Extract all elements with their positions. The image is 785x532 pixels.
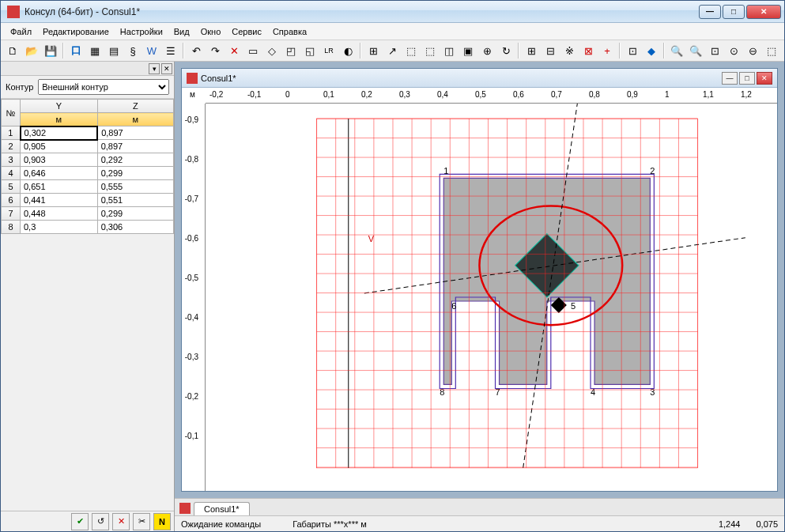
rotate-icon[interactable]: ↻	[497, 42, 515, 59]
dock-icon[interactable]: ▾	[149, 63, 160, 74]
sidebar-close-icon[interactable]: ✕	[161, 63, 172, 74]
snap-icon[interactable]: ⬚	[402, 42, 420, 59]
menu-settings[interactable]: Настройки	[115, 25, 168, 38]
zoom-out-icon[interactable]: 🔍	[687, 42, 704, 59]
sidebar: ▾ ✕ Контур Внешний контур № Y Z м м	[1, 62, 175, 531]
redo-icon[interactable]: ↷	[206, 42, 224, 59]
close-button[interactable]: ✕	[746, 5, 781, 19]
menu-file[interactable]: Файл	[6, 25, 36, 38]
app-icon	[7, 6, 20, 18]
canvas-maximize-button[interactable]: □	[739, 72, 755, 85]
apply-icon[interactable]: ✔	[71, 513, 89, 530]
delete-icon[interactable]: ✕	[225, 42, 243, 59]
canvas-title-text: Consul1*	[201, 74, 722, 83]
lr-icon[interactable]: LR	[320, 42, 338, 59]
doc-icon	[179, 503, 191, 514]
col-n[interactable]: №	[2, 100, 21, 126]
ruler-tick: 0	[285, 90, 290, 99]
ruler-tick: 0,6	[513, 90, 524, 99]
snap-icon[interactable]: ⬚	[421, 42, 439, 59]
ruler-tick: -0,1	[247, 90, 261, 99]
tool-icon[interactable]: ⊞	[364, 42, 382, 59]
tool-icon[interactable]: ⬚	[763, 42, 780, 59]
revert-icon[interactable]: ↺	[92, 513, 109, 530]
tool-icon[interactable]: ◐	[339, 42, 357, 59]
svg-text:8: 8	[440, 387, 444, 397]
ruler-horizontal: м -0,2-0,100,10,20,30,40,50,60,70,80,911…	[206, 88, 777, 104]
table-row: 40,6460,299	[2, 167, 174, 180]
tool-icon[interactable]: ⊡	[624, 42, 641, 59]
separator	[663, 43, 665, 58]
tool-icon[interactable]: ▣	[459, 42, 477, 59]
table-row: 20,9050,897	[2, 140, 174, 153]
maximize-button[interactable]: □	[723, 5, 745, 19]
open-icon[interactable]: 📂	[23, 42, 40, 59]
menu-service[interactable]: Сервис	[227, 25, 266, 38]
canvas-window: Consul1* — □ ✕ м -0,2-0,100,10,20,30,40,…	[181, 68, 778, 492]
tab-consul1[interactable]: Consul1*	[194, 502, 250, 515]
section-icon[interactable]: 口	[67, 42, 85, 59]
crosshair-icon[interactable]: +	[598, 42, 616, 59]
ruler-tick: -0,5	[185, 274, 198, 282]
poly-icon[interactable]: ◇	[263, 42, 281, 59]
diamond-icon[interactable]: ◆	[643, 42, 660, 59]
plot-svg: V 1 2 3 4 5 6 7 8	[206, 104, 777, 491]
contour-label: Контур	[6, 82, 33, 92]
ruler-tick: -0,2	[185, 392, 198, 401]
tool-icon[interactable]: ◫	[440, 42, 458, 59]
tool-icon[interactable]: §	[124, 42, 142, 59]
canvas-minimize-button[interactable]: —	[722, 72, 738, 85]
tool-icon[interactable]: ※	[560, 42, 578, 59]
zoom-fit-icon[interactable]: ⊡	[706, 42, 723, 59]
menu-view[interactable]: Вид	[169, 25, 194, 38]
grid-icon[interactable]: ⊞	[523, 42, 540, 59]
palette-icon[interactable]: ☰	[162, 42, 179, 59]
canvas-body[interactable]: м -0,2-0,100,10,20,30,40,50,60,70,80,911…	[182, 88, 777, 491]
cut-icon[interactable]: ✂	[133, 513, 150, 530]
tool-icon[interactable]: ◰	[282, 42, 300, 59]
ruler-tick: 0,2	[361, 90, 372, 99]
tool-icon[interactable]: ⊕	[478, 42, 496, 59]
zoom-icon[interactable]: ⊙	[725, 42, 742, 59]
minimize-button[interactable]: —	[699, 5, 721, 19]
canvas-close-button[interactable]: ✕	[757, 72, 772, 85]
tool-icon[interactable]: ▦	[86, 42, 104, 59]
tool-icon[interactable]: ▤	[105, 42, 123, 59]
zoom-icon[interactable]: ⊖	[744, 42, 761, 59]
col-y[interactable]: Y	[21, 100, 98, 113]
ruler-tick: 1	[665, 90, 670, 99]
ruler-tick: 1,1	[703, 90, 714, 99]
save-icon[interactable]: 💾	[42, 42, 59, 59]
cancel-icon[interactable]: ✕	[112, 513, 130, 530]
menu-window[interactable]: Окно	[196, 25, 226, 38]
table-row: 70,4480,299	[2, 207, 174, 221]
doc-icon	[187, 73, 198, 84]
window-title: Консул (64-бит) - Consul1*	[25, 6, 699, 17]
ruler-tick: -0,8	[185, 155, 198, 164]
ruler-tick: -0,4	[185, 313, 198, 322]
tool-icon[interactable]: ↗	[383, 42, 401, 59]
ruler-tick: -0,3	[185, 353, 198, 361]
tool-icon[interactable]: ⊠	[579, 42, 597, 59]
ruler-tick: 1,2	[741, 90, 752, 99]
content-area: Consul1* — □ ✕ м -0,2-0,100,10,20,30,40,…	[175, 62, 784, 531]
titlebar: Консул (64-бит) - Consul1* — □ ✕	[1, 1, 784, 23]
col-z[interactable]: Z	[97, 100, 173, 113]
tool-icon[interactable]: ◱	[301, 42, 319, 59]
rect-icon[interactable]: ▭	[244, 42, 262, 59]
ruler-tick: -0,1	[185, 432, 198, 440]
plot-area[interactable]: V 1 2 3 4 5 6 7 8	[206, 104, 777, 491]
coordinates-table: № Y Z м м 10,3020,897 20,9050,897 30,903…	[1, 99, 174, 234]
table-row: 10,3020,897	[2, 126, 174, 140]
word-icon[interactable]: W	[143, 42, 160, 59]
menu-help[interactable]: Справка	[268, 25, 311, 38]
contour-select[interactable]: Внешний контур	[38, 79, 169, 95]
grid-icon[interactable]: ⊟	[542, 42, 559, 59]
zoom-in-icon[interactable]: 🔍	[668, 42, 685, 59]
undo-icon[interactable]: ↶	[187, 42, 205, 59]
ruler-vertical: -0,9-0,8-0,7-0,6-0,5-0,4-0,3-0,2-0,1	[182, 104, 206, 491]
svg-text:3: 3	[650, 387, 655, 397]
n-icon[interactable]: N	[153, 513, 171, 530]
menu-edit[interactable]: Редактирование	[38, 25, 114, 38]
new-icon[interactable]: 🗋	[4, 42, 21, 59]
